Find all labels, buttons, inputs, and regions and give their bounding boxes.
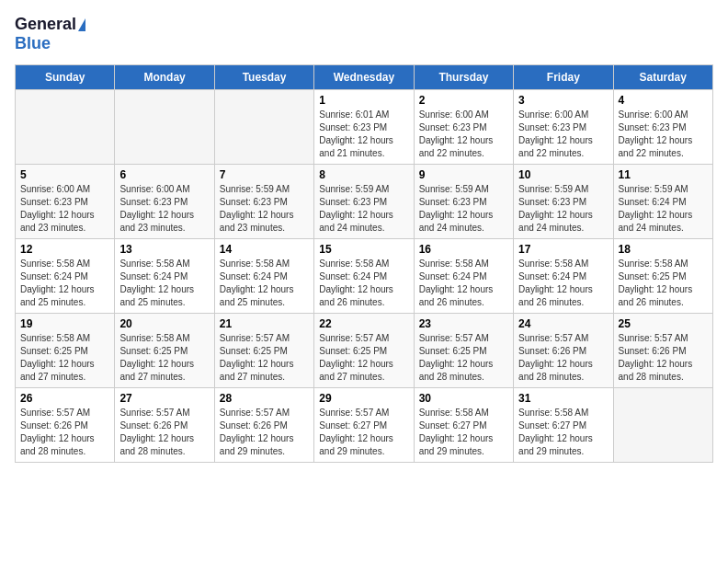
day-cell: 15Sunrise: 5:58 AM Sunset: 6:24 PM Dayli… [314, 239, 414, 314]
day-info: Sunrise: 5:58 AM Sunset: 6:24 PM Dayligh… [220, 258, 309, 309]
day-number: 17 [518, 243, 608, 256]
day-number: 29 [319, 392, 408, 405]
week-row-3: 12Sunrise: 5:58 AM Sunset: 6:24 PM Dayli… [16, 239, 713, 314]
day-number: 12 [20, 243, 109, 256]
day-number: 18 [619, 243, 708, 256]
day-cell: 23Sunrise: 5:57 AM Sunset: 6:25 PM Dayli… [414, 314, 513, 388]
day-cell: 7Sunrise: 5:59 AM Sunset: 6:23 PM Daylig… [214, 165, 313, 239]
day-cell: 21Sunrise: 5:57 AM Sunset: 6:25 PM Dayli… [214, 314, 313, 388]
day-cell: 8Sunrise: 5:59 AM Sunset: 6:23 PM Daylig… [314, 165, 414, 239]
day-cell: 3Sunrise: 6:00 AM Sunset: 6:23 PM Daylig… [514, 90, 613, 165]
day-number: 20 [119, 317, 209, 330]
day-number: 21 [220, 317, 309, 330]
logo-general-text: General [15, 15, 76, 34]
day-cell: 26Sunrise: 5:57 AM Sunset: 6:26 PM Dayli… [16, 388, 115, 463]
day-cell: 18Sunrise: 5:58 AM Sunset: 6:25 PM Dayli… [613, 239, 712, 314]
day-number: 31 [518, 392, 608, 405]
day-number: 1 [319, 94, 408, 107]
day-cell: 30Sunrise: 5:58 AM Sunset: 6:27 PM Dayli… [414, 388, 513, 463]
day-number: 2 [419, 94, 508, 107]
week-row-1: 1Sunrise: 6:01 AM Sunset: 6:23 PM Daylig… [16, 90, 713, 165]
day-number: 6 [119, 168, 209, 181]
day-info: Sunrise: 6:00 AM Sunset: 6:23 PM Dayligh… [119, 183, 209, 235]
day-info: Sunrise: 5:58 AM Sunset: 6:25 PM Dayligh… [619, 258, 708, 309]
day-info: Sunrise: 5:57 AM Sunset: 6:26 PM Dayligh… [119, 407, 209, 458]
day-info: Sunrise: 6:00 AM Sunset: 6:23 PM Dayligh… [518, 109, 608, 160]
day-info: Sunrise: 5:59 AM Sunset: 6:23 PM Dayligh… [319, 183, 408, 235]
day-info: Sunrise: 6:00 AM Sunset: 6:23 PM Dayligh… [20, 183, 109, 235]
day-info: Sunrise: 5:58 AM Sunset: 6:25 PM Dayligh… [119, 332, 209, 384]
day-number: 28 [220, 392, 309, 405]
day-number: 9 [419, 168, 508, 181]
day-number: 25 [619, 317, 708, 330]
day-number: 23 [419, 317, 508, 330]
day-info: Sunrise: 5:58 AM Sunset: 6:24 PM Dayligh… [319, 258, 408, 309]
header-cell-friday: Friday [514, 65, 613, 90]
header-row: SundayMondayTuesdayWednesdayThursdayFrid… [16, 65, 713, 90]
day-cell [214, 90, 313, 165]
day-info: Sunrise: 5:57 AM Sunset: 6:25 PM Dayligh… [220, 332, 309, 384]
day-info: Sunrise: 5:57 AM Sunset: 6:27 PM Dayligh… [319, 407, 408, 458]
day-info: Sunrise: 5:59 AM Sunset: 6:23 PM Dayligh… [220, 183, 309, 235]
day-number: 8 [319, 168, 408, 181]
day-cell: 12Sunrise: 5:58 AM Sunset: 6:24 PM Dayli… [16, 239, 115, 314]
day-cell: 24Sunrise: 5:57 AM Sunset: 6:26 PM Dayli… [514, 314, 613, 388]
calendar-table: SundayMondayTuesdayWednesdayThursdayFrid… [15, 64, 713, 463]
header-cell-monday: Monday [115, 65, 214, 90]
day-info: Sunrise: 5:59 AM Sunset: 6:23 PM Dayligh… [518, 183, 608, 235]
day-cell: 31Sunrise: 5:58 AM Sunset: 6:27 PM Dayli… [514, 388, 613, 463]
day-cell: 10Sunrise: 5:59 AM Sunset: 6:23 PM Dayli… [514, 165, 613, 239]
day-info: Sunrise: 6:00 AM Sunset: 6:23 PM Dayligh… [419, 109, 508, 160]
day-info: Sunrise: 6:01 AM Sunset: 6:23 PM Dayligh… [319, 109, 408, 160]
header-cell-sunday: Sunday [16, 65, 115, 90]
logo-triangle-icon [78, 18, 85, 31]
day-number: 24 [518, 317, 608, 330]
day-cell: 25Sunrise: 5:57 AM Sunset: 6:26 PM Dayli… [613, 314, 712, 388]
day-number: 14 [220, 243, 309, 256]
day-number: 26 [20, 392, 109, 405]
logo-blue-text: Blue [15, 34, 51, 53]
day-cell: 27Sunrise: 5:57 AM Sunset: 6:26 PM Dayli… [115, 388, 214, 463]
day-cell [115, 90, 214, 165]
day-info: Sunrise: 5:59 AM Sunset: 6:24 PM Dayligh… [619, 183, 708, 235]
day-cell: 6Sunrise: 6:00 AM Sunset: 6:23 PM Daylig… [115, 165, 214, 239]
day-info: Sunrise: 5:58 AM Sunset: 6:24 PM Dayligh… [518, 258, 608, 309]
header-cell-thursday: Thursday [414, 65, 513, 90]
calendar-body: 1Sunrise: 6:01 AM Sunset: 6:23 PM Daylig… [16, 90, 713, 463]
day-cell: 16Sunrise: 5:58 AM Sunset: 6:24 PM Dayli… [414, 239, 513, 314]
day-cell: 22Sunrise: 5:57 AM Sunset: 6:25 PM Dayli… [314, 314, 414, 388]
day-info: Sunrise: 5:57 AM Sunset: 6:25 PM Dayligh… [319, 332, 408, 384]
header-cell-wednesday: Wednesday [314, 65, 414, 90]
day-cell: 2Sunrise: 6:00 AM Sunset: 6:23 PM Daylig… [414, 90, 513, 165]
day-info: Sunrise: 6:00 AM Sunset: 6:23 PM Dayligh… [619, 109, 708, 160]
day-info: Sunrise: 5:57 AM Sunset: 6:26 PM Dayligh… [518, 332, 608, 384]
day-number: 10 [518, 168, 608, 181]
day-cell [613, 388, 712, 463]
day-cell: 13Sunrise: 5:58 AM Sunset: 6:24 PM Dayli… [115, 239, 214, 314]
day-number: 16 [419, 243, 508, 256]
day-number: 3 [518, 94, 608, 107]
day-number: 7 [220, 168, 309, 181]
day-cell: 19Sunrise: 5:58 AM Sunset: 6:25 PM Dayli… [16, 314, 115, 388]
day-info: Sunrise: 5:58 AM Sunset: 6:27 PM Dayligh… [419, 407, 508, 458]
day-info: Sunrise: 5:59 AM Sunset: 6:23 PM Dayligh… [419, 183, 508, 235]
day-info: Sunrise: 5:58 AM Sunset: 6:24 PM Dayligh… [419, 258, 508, 309]
day-cell: 4Sunrise: 6:00 AM Sunset: 6:23 PM Daylig… [613, 90, 712, 165]
day-number: 22 [319, 317, 408, 330]
day-info: Sunrise: 5:57 AM Sunset: 6:26 PM Dayligh… [20, 407, 109, 458]
day-info: Sunrise: 5:57 AM Sunset: 6:26 PM Dayligh… [619, 332, 708, 384]
week-row-5: 26Sunrise: 5:57 AM Sunset: 6:26 PM Dayli… [16, 388, 713, 463]
week-row-2: 5Sunrise: 6:00 AM Sunset: 6:23 PM Daylig… [16, 165, 713, 239]
logo: General Blue [15, 15, 85, 53]
day-info: Sunrise: 5:58 AM Sunset: 6:24 PM Dayligh… [119, 258, 209, 309]
day-info: Sunrise: 5:57 AM Sunset: 6:26 PM Dayligh… [220, 407, 309, 458]
header-cell-tuesday: Tuesday [214, 65, 313, 90]
day-cell: 29Sunrise: 5:57 AM Sunset: 6:27 PM Dayli… [314, 388, 414, 463]
day-cell: 20Sunrise: 5:58 AM Sunset: 6:25 PM Dayli… [115, 314, 214, 388]
day-number: 4 [619, 94, 708, 107]
day-info: Sunrise: 5:58 AM Sunset: 6:27 PM Dayligh… [518, 407, 608, 458]
day-info: Sunrise: 5:57 AM Sunset: 6:25 PM Dayligh… [419, 332, 508, 384]
day-info: Sunrise: 5:58 AM Sunset: 6:24 PM Dayligh… [20, 258, 109, 309]
day-number: 5 [20, 168, 109, 181]
day-number: 30 [419, 392, 508, 405]
